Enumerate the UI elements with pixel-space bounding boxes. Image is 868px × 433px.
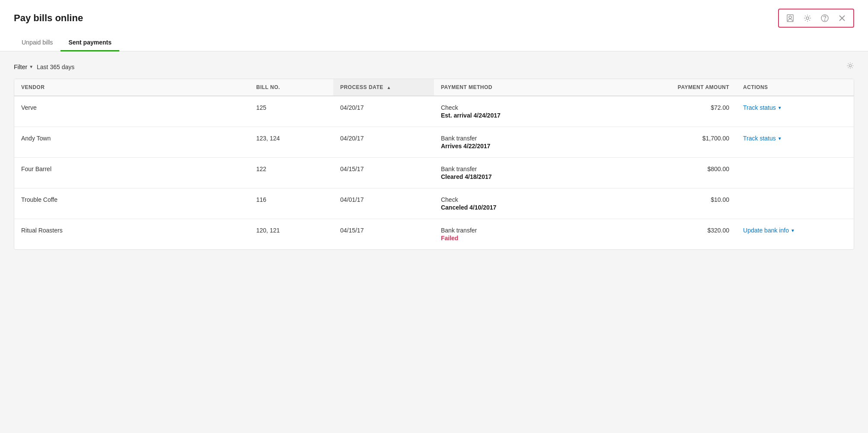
cell-billno: 123, 124 xyxy=(249,127,333,158)
cell-billno: 116 xyxy=(249,188,333,219)
table-header-row: VENDOR BILL NO. PROCESS DATE ▲ PAYMENT M… xyxy=(14,79,854,96)
svg-point-1 xyxy=(789,16,791,19)
action-btn-label: Track status xyxy=(743,104,776,111)
table-row: Trouble Coffe11604/01/17CheckCanceled 4/… xyxy=(14,188,854,219)
cell-payamount: $800.00 xyxy=(619,158,736,188)
action-chevron-icon: ▼ xyxy=(778,105,782,110)
table-settings-icon[interactable] xyxy=(846,62,854,72)
app-container: Pay bills online xyxy=(0,0,868,433)
cell-action xyxy=(736,188,854,219)
cell-vendor: Andy Town xyxy=(14,127,249,158)
col-header-actions[interactable]: ACTIONS xyxy=(736,79,854,96)
paymethod-main: Bank transfer xyxy=(441,135,612,142)
action-chevron-icon: ▼ xyxy=(791,228,795,233)
header: Pay bills online xyxy=(0,0,868,51)
help-icon[interactable] xyxy=(820,13,830,23)
cell-action: Update bank info▼ xyxy=(736,219,854,250)
filter-left: Filter ▼ Last 365 days xyxy=(14,64,74,70)
col-header-payamount[interactable]: PAYMENT AMOUNT xyxy=(619,79,736,96)
portrait-icon[interactable] xyxy=(785,13,795,23)
gear-icon[interactable] xyxy=(802,13,813,23)
paymethod-detail: Est. arrival 4/24/2017 xyxy=(441,112,612,119)
paymethod-detail: Cleared 4/18/2017 xyxy=(441,173,612,180)
paymethod-detail: Arrives 4/22/2017 xyxy=(441,143,612,150)
cell-vendor: Trouble Coffe xyxy=(14,188,249,219)
cell-paymethod: CheckEst. arrival 4/24/2017 xyxy=(434,96,619,127)
svg-point-2 xyxy=(806,17,809,19)
track-status-button[interactable]: Track status▼ xyxy=(743,135,847,142)
header-top: Pay bills online xyxy=(14,9,854,28)
paymethod-main: Bank transfer xyxy=(441,166,612,172)
cell-processdate: 04/01/17 xyxy=(333,188,434,219)
cell-processdate: 04/15/17 xyxy=(333,158,434,188)
paymethod-main: Bank transfer xyxy=(441,227,612,234)
close-icon[interactable] xyxy=(837,13,847,23)
cell-payamount: $320.00 xyxy=(619,219,736,250)
table-row: Ritual Roasters120, 12104/15/17Bank tran… xyxy=(14,219,854,250)
cell-billno: 122 xyxy=(249,158,333,188)
cell-vendor: Verve xyxy=(14,96,249,127)
action-chevron-icon: ▼ xyxy=(778,136,782,141)
filter-button[interactable]: Filter ▼ xyxy=(14,64,33,70)
sort-arrow-icon: ▲ xyxy=(387,85,391,90)
table-row: Verve12504/20/17CheckEst. arrival 4/24/2… xyxy=(14,96,854,127)
filter-bar: Filter ▼ Last 365 days xyxy=(14,62,854,72)
cell-paymethod: Bank transferFailed xyxy=(434,219,619,250)
action-btn-label: Track status xyxy=(743,135,776,142)
page-title: Pay bills online xyxy=(14,13,83,24)
filter-chevron-icon: ▼ xyxy=(29,64,33,69)
track-status-button[interactable]: Track status▼ xyxy=(743,104,847,111)
col-header-processdate[interactable]: PROCESS DATE ▲ xyxy=(333,79,434,96)
cell-payamount: $72.00 xyxy=(619,96,736,127)
filter-range: Last 365 days xyxy=(37,64,74,70)
paymethod-main: Check xyxy=(441,104,612,111)
payments-table: VENDOR BILL NO. PROCESS DATE ▲ PAYMENT M… xyxy=(14,79,854,249)
payments-table-wrapper: VENDOR BILL NO. PROCESS DATE ▲ PAYMENT M… xyxy=(14,79,854,250)
table-row: Four Barrel12204/15/17Bank transferClear… xyxy=(14,158,854,188)
cell-vendor: Ritual Roasters xyxy=(14,219,249,250)
cell-paymethod: Bank transferArrives 4/22/2017 xyxy=(434,127,619,158)
tab-unpaid[interactable]: Unpaid bills xyxy=(14,35,61,51)
svg-point-4 xyxy=(824,20,825,21)
action-btn-label: Update bank info xyxy=(743,227,789,234)
col-header-billno[interactable]: BILL NO. xyxy=(249,79,333,96)
col-header-paymethod[interactable]: PAYMENT METHOD xyxy=(434,79,619,96)
paymethod-detail: Failed xyxy=(441,235,612,242)
tab-sent[interactable]: Sent payments xyxy=(61,35,119,51)
cell-processdate: 04/20/17 xyxy=(333,127,434,158)
cell-payamount: $1,700.00 xyxy=(619,127,736,158)
update-bank-info-button[interactable]: Update bank info▼ xyxy=(743,227,847,234)
cell-paymethod: CheckCanceled 4/10/2017 xyxy=(434,188,619,219)
col-header-vendor[interactable]: VENDOR xyxy=(14,79,249,96)
cell-payamount: $10.00 xyxy=(619,188,736,219)
cell-billno: 125 xyxy=(249,96,333,127)
cell-action: Track status▼ xyxy=(736,96,854,127)
paymethod-detail: Canceled 4/10/2017 xyxy=(441,204,612,211)
content-area: Filter ▼ Last 365 days VENDOR BILL NO. xyxy=(0,51,868,260)
cell-billno: 120, 121 xyxy=(249,219,333,250)
paymethod-main: Check xyxy=(441,196,612,203)
cell-action xyxy=(736,158,854,188)
tabs: Unpaid bills Sent payments xyxy=(14,35,854,51)
header-icons-group xyxy=(778,9,854,28)
table-row: Andy Town123, 12404/20/17Bank transferAr… xyxy=(14,127,854,158)
svg-point-7 xyxy=(849,64,851,67)
cell-action: Track status▼ xyxy=(736,127,854,158)
cell-processdate: 04/15/17 xyxy=(333,219,434,250)
cell-processdate: 04/20/17 xyxy=(333,96,434,127)
cell-paymethod: Bank transferCleared 4/18/2017 xyxy=(434,158,619,188)
filter-label: Filter xyxy=(14,64,27,70)
cell-vendor: Four Barrel xyxy=(14,158,249,188)
